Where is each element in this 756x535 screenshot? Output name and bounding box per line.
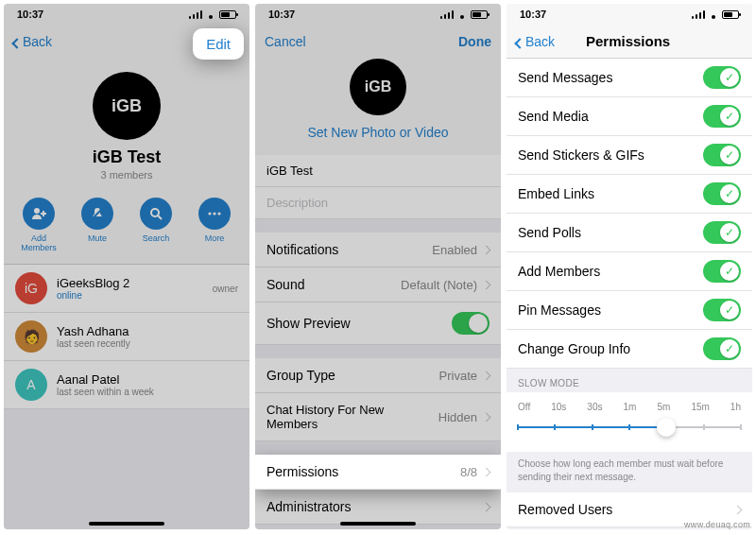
status-bar: 10:37 xyxy=(255,4,501,25)
status-time: 10:37 xyxy=(268,9,295,20)
permission-row: Send Media xyxy=(507,97,752,136)
signal-icon xyxy=(440,10,454,19)
battery-icon xyxy=(722,10,739,19)
permission-toggle[interactable] xyxy=(703,299,741,321)
chevron-right-icon xyxy=(482,371,491,380)
chevron-right-icon xyxy=(482,245,491,254)
permission-label: Send Messages xyxy=(518,70,612,85)
permission-label: Send Stickers & GIFs xyxy=(518,147,644,163)
permission-toggle[interactable] xyxy=(703,105,741,128)
member-row[interactable]: 🧑 Yash Adhanalast seen recently xyxy=(4,313,249,361)
mute-button[interactable]: Mute xyxy=(71,198,124,252)
group-type-row[interactable]: Group TypePrivate xyxy=(255,358,501,393)
status-bar: 10:37 xyxy=(507,4,752,25)
wifi-icon xyxy=(456,10,468,19)
permissions-row[interactable]: Permissions8/8 xyxy=(255,455,501,490)
member-avatar: A xyxy=(15,369,47,401)
member-name: Aanal Patel xyxy=(57,372,154,387)
group-name: iGB Test xyxy=(4,147,249,167)
done-button[interactable]: Done xyxy=(458,34,491,49)
nav-bar: Back Permissions xyxy=(507,25,752,59)
permission-label: Change Group Info xyxy=(518,341,630,356)
permission-label: Add Members xyxy=(518,264,600,279)
back-button[interactable]: Back xyxy=(13,34,52,49)
screen-edit-group: 10:37 Cancel Done iGB Set New Photo or V… xyxy=(255,4,501,529)
description-field[interactable]: Description xyxy=(255,187,501,219)
search-icon xyxy=(140,198,172,230)
more-button[interactable]: More xyxy=(188,198,241,252)
profile-header: iGB iGB Test 3 members xyxy=(4,59,249,190)
add-members-button[interactable]: Add Members xyxy=(12,198,65,252)
permission-row: Add Members xyxy=(507,252,752,291)
permission-label: Embed Links xyxy=(518,186,594,201)
svg-point-0 xyxy=(34,208,40,214)
chat-history-row[interactable]: Chat History For New MembersHidden xyxy=(255,393,501,441)
page-title: Permissions xyxy=(586,33,670,49)
permission-row: Change Group Info xyxy=(507,330,752,369)
member-status: last seen within a week xyxy=(57,387,154,397)
mute-icon xyxy=(81,198,113,230)
screen-permissions: 10:37 Back Permissions Send MessagesSend… xyxy=(507,4,752,529)
permission-row: Embed Links xyxy=(507,175,752,214)
action-row: Add Members Mute Search More xyxy=(4,190,249,265)
set-photo-button[interactable]: Set New Photo or Video xyxy=(255,115,501,149)
home-indicator[interactable] xyxy=(89,522,164,526)
member-status: last seen recently xyxy=(57,338,130,349)
wifi-icon xyxy=(708,10,719,19)
permission-row: Send Messages xyxy=(507,59,752,97)
slow-mode-slider-row: Off10s30s1m5m15m1h xyxy=(507,392,752,452)
group-avatar[interactable]: iGB xyxy=(350,59,406,115)
back-button[interactable]: Back xyxy=(516,34,555,49)
permission-toggle[interactable] xyxy=(703,66,741,89)
status-bar: 10:37 xyxy=(4,4,249,25)
status-time: 10:37 xyxy=(17,9,43,20)
chevron-right-icon xyxy=(482,280,491,289)
permission-toggle[interactable] xyxy=(703,337,741,360)
sound-row[interactable]: SoundDefault (Note) xyxy=(255,268,501,302)
permission-toggle[interactable] xyxy=(703,144,741,166)
battery-icon xyxy=(219,10,236,19)
chevron-right-icon xyxy=(733,505,743,514)
chevron-right-icon xyxy=(482,502,491,511)
svg-line-5 xyxy=(158,216,162,219)
owner-tag: owner xyxy=(213,284,238,294)
members-list: iG iGeeksBlog 2online owner 🧑 Yash Adhan… xyxy=(4,265,249,409)
signal-icon xyxy=(189,10,202,19)
battery-icon xyxy=(471,10,488,19)
permission-row: Send Polls xyxy=(507,214,752,252)
permission-label: Send Media xyxy=(518,109,589,124)
cancel-button[interactable]: Cancel xyxy=(265,34,306,49)
edit-button[interactable]: Edit xyxy=(193,28,244,60)
member-row[interactable]: A Aanal Patellast seen within a week xyxy=(4,361,249,409)
status-time: 10:37 xyxy=(520,9,546,20)
slow-mode-note: Choose how long each member must wait be… xyxy=(507,452,752,492)
svg-point-8 xyxy=(217,212,220,215)
svg-point-6 xyxy=(208,212,211,215)
add-members-icon xyxy=(23,198,55,230)
slow-mode-ticks: Off10s30s1m5m15m1h xyxy=(518,402,741,412)
permission-toggle-list: Send MessagesSend MediaSend Stickers & G… xyxy=(507,59,752,369)
search-button[interactable]: Search xyxy=(129,198,182,252)
permission-toggle[interactable] xyxy=(703,182,741,205)
signal-icon xyxy=(692,10,705,19)
slow-mode-slider[interactable] xyxy=(518,418,741,437)
home-indicator[interactable] xyxy=(340,522,416,526)
svg-point-7 xyxy=(213,212,215,215)
chevron-right-icon xyxy=(482,412,491,422)
member-avatar: 🧑 xyxy=(15,320,47,353)
permission-toggle[interactable] xyxy=(703,221,741,244)
group-name-field[interactable]: iGB Test xyxy=(255,155,501,187)
notifications-row[interactable]: NotificationsEnabled xyxy=(255,233,501,268)
permission-label: Pin Messages xyxy=(518,302,601,318)
more-icon xyxy=(198,198,231,230)
administrators-row[interactable]: Administrators xyxy=(255,490,501,525)
permission-toggle[interactable] xyxy=(703,260,741,283)
member-status: online xyxy=(57,290,129,301)
member-avatar: iG xyxy=(15,272,47,304)
watermark: www.deuaq.com xyxy=(684,520,750,529)
show-preview-toggle[interactable] xyxy=(452,312,490,335)
group-avatar[interactable]: iGB xyxy=(93,72,161,140)
member-name: iGeeksBlog 2 xyxy=(57,276,129,290)
chevron-right-icon xyxy=(482,467,491,476)
member-row[interactable]: iG iGeeksBlog 2online owner xyxy=(4,265,249,313)
